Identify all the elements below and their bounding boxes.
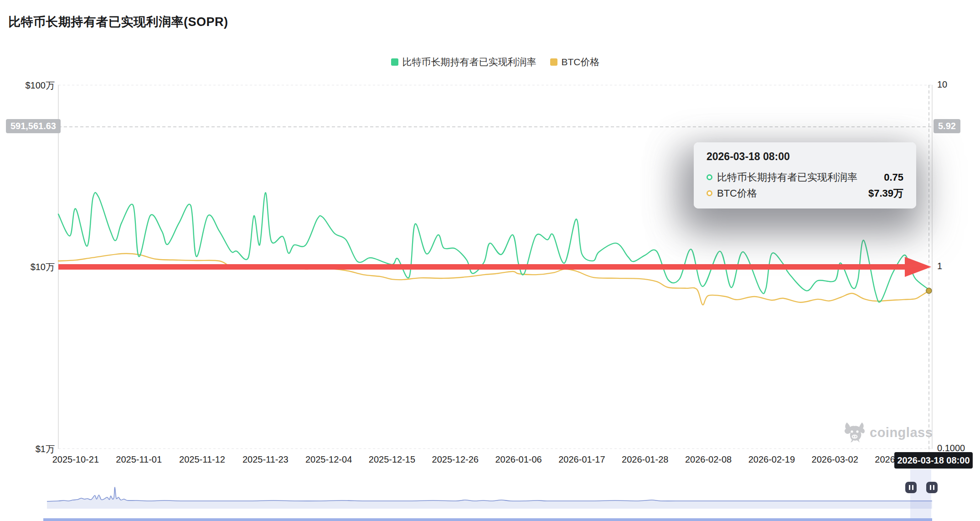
series-marker-icon (707, 174, 712, 180)
y-axis-left-label: $1万 (5, 443, 55, 455)
x-axis-tick-label: 2025-10-21 (52, 454, 99, 465)
chart-tooltip: 2026-03-18 08:00 比特币长期持有者已实现利润率0.75BTC价格… (694, 142, 916, 208)
watermark-text: coinglass (870, 425, 933, 440)
pause-icon (930, 485, 931, 490)
tooltip-series-value: 0.75 (884, 169, 903, 185)
navigator-highlight-column (910, 469, 931, 521)
x-axis-tick-label: 2025-11-01 (116, 454, 162, 465)
crosshair-right-badge: 5.92 (934, 119, 960, 133)
sopr-line (58, 193, 929, 302)
y-axis-left-label: $10万 (5, 261, 55, 273)
navigator-area[interactable] (47, 487, 932, 509)
x-axis-tick-label: 2025-12-26 (432, 454, 479, 465)
x-axis-tick-label: 2026-02-19 (748, 454, 795, 465)
navigator-line (47, 487, 932, 501)
series-marker-icon (707, 190, 712, 196)
crosshair-left-badge: 591,561.63 (6, 119, 61, 133)
coinglass-watermark: coinglass (844, 422, 933, 443)
x-axis-tick-label: 2026-01-06 (495, 454, 542, 465)
y-axis-left-label: $100万 (5, 79, 55, 92)
pause-button-left[interactable] (905, 482, 917, 493)
tooltip-date: 2026-03-18 08:00 (707, 151, 903, 163)
x-axis-tick-label: 2025-12-15 (369, 454, 415, 465)
pause-icon (933, 485, 934, 490)
x-axis-tick-label: 2025-12-04 (305, 454, 352, 465)
tooltip-rows: 比特币长期持有者已实现利润率0.75BTC价格$7.39万 (707, 169, 903, 201)
coinglass-bull-icon (844, 422, 865, 443)
tooltip-series-label: BTC价格 (717, 185, 757, 201)
y-axis-right-label: 10 (937, 79, 947, 90)
tooltip-series-label: 比特币长期持有者已实现利润率 (717, 169, 857, 185)
y-axis-right-label: 1 (937, 261, 942, 271)
x-axis-tick-label: 2026-01-28 (622, 454, 668, 465)
x-axis-tick-label: 2025-11-23 (242, 454, 289, 465)
tooltip-row: 比特币长期持有者已实现利润率0.75 (707, 169, 903, 185)
crosshair-date-badge: 2026-03-18 08:00 (894, 452, 973, 469)
last-point-marker (926, 288, 932, 293)
x-axis-tick-label: 2026-03-02 (812, 454, 858, 465)
red-arrow-head (905, 257, 931, 277)
chart-page: 比特币长期持有者已实现利润率(SOPR) 比特币长期持有者已实现利润率BTC价格… (0, 0, 980, 521)
red-arrow-tail (58, 264, 905, 270)
x-axis-tick-label: 2025-11-12 (179, 454, 225, 465)
pause-icon (912, 485, 913, 490)
bottom-scroll-bar[interactable] (43, 518, 932, 521)
pause-icon (909, 485, 910, 490)
main-chart-canvas[interactable] (0, 0, 980, 521)
pause-button-right[interactable] (926, 482, 938, 493)
tooltip-series-value: $7.39万 (868, 185, 903, 201)
x-axis-tick-label: 2026-01-17 (558, 454, 605, 465)
tooltip-row: BTC价格$7.39万 (707, 185, 903, 201)
btc-price-line (58, 254, 929, 305)
x-axis-tick-label: 2026-02-08 (685, 454, 732, 465)
